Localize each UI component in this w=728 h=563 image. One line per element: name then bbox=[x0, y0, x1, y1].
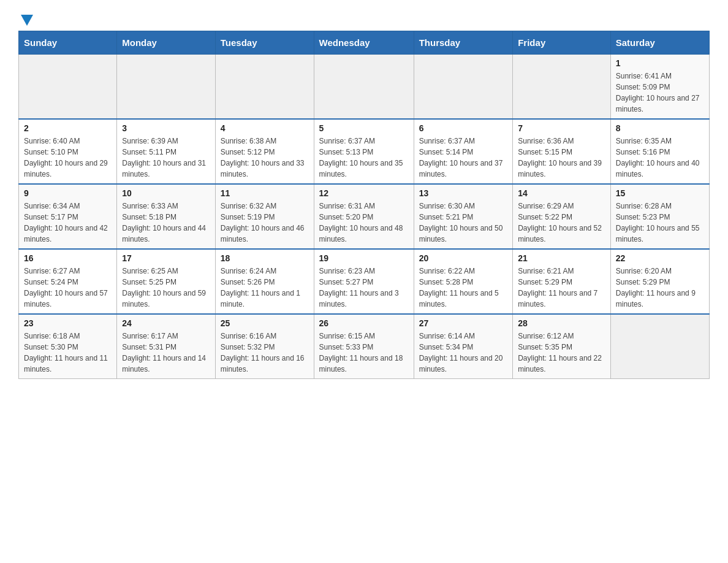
day-info: Sunrise: 6:23 AMSunset: 5:27 PMDaylight:… bbox=[319, 266, 409, 310]
day-number: 24 bbox=[122, 318, 210, 328]
calendar-cell: 15Sunrise: 6:28 AMSunset: 5:23 PMDayligh… bbox=[610, 184, 709, 249]
day-number: 5 bbox=[319, 123, 409, 133]
day-number: 19 bbox=[319, 253, 409, 263]
calendar-cell: 21Sunrise: 6:21 AMSunset: 5:29 PMDayligh… bbox=[513, 249, 611, 314]
day-number: 14 bbox=[518, 188, 605, 198]
calendar-cell: 3Sunrise: 6:39 AMSunset: 5:11 PMDaylight… bbox=[117, 119, 216, 184]
day-number: 27 bbox=[419, 318, 508, 328]
day-info: Sunrise: 6:24 AMSunset: 5:26 PMDaylight:… bbox=[221, 266, 309, 310]
day-number: 18 bbox=[221, 253, 309, 263]
calendar-week-row: 23Sunrise: 6:18 AMSunset: 5:30 PMDayligh… bbox=[19, 314, 710, 379]
calendar-cell: 6Sunrise: 6:37 AMSunset: 5:14 PMDaylight… bbox=[414, 119, 513, 184]
day-info: Sunrise: 6:30 AMSunset: 5:21 PMDaylight:… bbox=[419, 201, 508, 245]
calendar-cell bbox=[414, 55, 513, 120]
day-info: Sunrise: 6:41 AMSunset: 5:09 PMDaylight:… bbox=[616, 71, 704, 115]
calendar-week-row: 1Sunrise: 6:41 AMSunset: 5:09 PMDaylight… bbox=[19, 55, 710, 120]
day-info: Sunrise: 6:14 AMSunset: 5:34 PMDaylight:… bbox=[419, 331, 508, 375]
calendar-cell: 17Sunrise: 6:25 AMSunset: 5:25 PMDayligh… bbox=[117, 249, 216, 314]
day-info: Sunrise: 6:20 AMSunset: 5:29 PMDaylight:… bbox=[616, 266, 704, 310]
day-number: 3 bbox=[122, 123, 210, 133]
day-number: 22 bbox=[616, 253, 704, 263]
calendar-cell: 11Sunrise: 6:32 AMSunset: 5:19 PMDayligh… bbox=[215, 184, 314, 249]
day-info: Sunrise: 6:15 AMSunset: 5:33 PMDaylight:… bbox=[319, 331, 409, 375]
calendar-cell: 28Sunrise: 6:12 AMSunset: 5:35 PMDayligh… bbox=[513, 314, 611, 379]
calendar-week-row: 2Sunrise: 6:40 AMSunset: 5:10 PMDaylight… bbox=[19, 119, 710, 184]
calendar-cell: 5Sunrise: 6:37 AMSunset: 5:13 PMDaylight… bbox=[314, 119, 414, 184]
day-number: 7 bbox=[518, 123, 605, 133]
calendar-cell: 27Sunrise: 6:14 AMSunset: 5:34 PMDayligh… bbox=[414, 314, 513, 379]
calendar-cell: 4Sunrise: 6:38 AMSunset: 5:12 PMDaylight… bbox=[215, 119, 314, 184]
day-info: Sunrise: 6:37 AMSunset: 5:14 PMDaylight:… bbox=[419, 136, 508, 180]
calendar-cell: 19Sunrise: 6:23 AMSunset: 5:27 PMDayligh… bbox=[314, 249, 414, 314]
day-number: 9 bbox=[24, 188, 112, 198]
day-number: 17 bbox=[122, 253, 210, 263]
day-header-friday: Friday bbox=[513, 31, 611, 55]
calendar-cell: 2Sunrise: 6:40 AMSunset: 5:10 PMDaylight… bbox=[19, 119, 117, 184]
calendar-cell: 24Sunrise: 6:17 AMSunset: 5:31 PMDayligh… bbox=[117, 314, 216, 379]
calendar-week-row: 9Sunrise: 6:34 AMSunset: 5:17 PMDaylight… bbox=[19, 184, 710, 249]
calendar-header-row: SundayMondayTuesdayWednesdayThursdayFrid… bbox=[19, 31, 710, 55]
day-number: 8 bbox=[616, 123, 704, 133]
calendar-cell bbox=[314, 55, 414, 120]
day-number: 28 bbox=[518, 318, 605, 328]
day-header-saturday: Saturday bbox=[610, 31, 709, 55]
day-info: Sunrise: 6:28 AMSunset: 5:23 PMDaylight:… bbox=[616, 201, 704, 245]
day-info: Sunrise: 6:38 AMSunset: 5:12 PMDaylight:… bbox=[221, 136, 309, 180]
day-info: Sunrise: 6:25 AMSunset: 5:25 PMDaylight:… bbox=[122, 266, 210, 310]
calendar-cell bbox=[610, 314, 709, 379]
day-info: Sunrise: 6:27 AMSunset: 5:24 PMDaylight:… bbox=[24, 266, 112, 310]
calendar-cell: 20Sunrise: 6:22 AMSunset: 5:28 PMDayligh… bbox=[414, 249, 513, 314]
day-number: 23 bbox=[24, 318, 112, 328]
calendar-cell bbox=[215, 55, 314, 120]
day-info: Sunrise: 6:39 AMSunset: 5:11 PMDaylight:… bbox=[122, 136, 210, 180]
day-number: 16 bbox=[24, 253, 112, 263]
day-number: 4 bbox=[221, 123, 309, 133]
day-number: 1 bbox=[616, 58, 704, 68]
day-info: Sunrise: 6:32 AMSunset: 5:19 PMDaylight:… bbox=[221, 201, 309, 245]
day-info: Sunrise: 6:22 AMSunset: 5:28 PMDaylight:… bbox=[419, 266, 508, 310]
day-info: Sunrise: 6:33 AMSunset: 5:18 PMDaylight:… bbox=[122, 201, 210, 245]
day-info: Sunrise: 6:37 AMSunset: 5:13 PMDaylight:… bbox=[319, 136, 409, 180]
day-info: Sunrise: 6:29 AMSunset: 5:22 PMDaylight:… bbox=[518, 201, 605, 245]
calendar-cell: 12Sunrise: 6:31 AMSunset: 5:20 PMDayligh… bbox=[314, 184, 414, 249]
day-info: Sunrise: 6:21 AMSunset: 5:29 PMDaylight:… bbox=[518, 266, 605, 310]
calendar-cell: 18Sunrise: 6:24 AMSunset: 5:26 PMDayligh… bbox=[215, 249, 314, 314]
calendar-week-row: 16Sunrise: 6:27 AMSunset: 5:24 PMDayligh… bbox=[19, 249, 710, 314]
calendar-cell bbox=[513, 55, 611, 120]
day-header-wednesday: Wednesday bbox=[314, 31, 414, 55]
day-number: 25 bbox=[221, 318, 309, 328]
day-number: 21 bbox=[518, 253, 605, 263]
day-number: 13 bbox=[419, 188, 508, 198]
day-header-monday: Monday bbox=[117, 31, 216, 55]
calendar-cell: 16Sunrise: 6:27 AMSunset: 5:24 PMDayligh… bbox=[19, 249, 117, 314]
day-header-sunday: Sunday bbox=[19, 31, 117, 55]
calendar-cell: 25Sunrise: 6:16 AMSunset: 5:32 PMDayligh… bbox=[215, 314, 314, 379]
logo bbox=[18, 12, 33, 25]
day-info: Sunrise: 6:17 AMSunset: 5:31 PMDaylight:… bbox=[122, 331, 210, 375]
day-info: Sunrise: 6:34 AMSunset: 5:17 PMDaylight:… bbox=[24, 201, 112, 245]
calendar-cell: 26Sunrise: 6:15 AMSunset: 5:33 PMDayligh… bbox=[314, 314, 414, 379]
day-number: 6 bbox=[419, 123, 508, 133]
calendar-cell: 10Sunrise: 6:33 AMSunset: 5:18 PMDayligh… bbox=[117, 184, 216, 249]
day-number: 20 bbox=[419, 253, 508, 263]
day-number: 26 bbox=[319, 318, 409, 328]
day-number: 2 bbox=[24, 123, 112, 133]
calendar-cell: 1Sunrise: 6:41 AMSunset: 5:09 PMDaylight… bbox=[610, 55, 709, 120]
calendar-cell: 23Sunrise: 6:18 AMSunset: 5:30 PMDayligh… bbox=[19, 314, 117, 379]
day-number: 11 bbox=[221, 188, 309, 198]
calendar-cell bbox=[117, 55, 216, 120]
day-info: Sunrise: 6:16 AMSunset: 5:32 PMDaylight:… bbox=[221, 331, 309, 375]
day-number: 10 bbox=[122, 188, 210, 198]
calendar-cell bbox=[19, 55, 117, 120]
day-header-tuesday: Tuesday bbox=[215, 31, 314, 55]
day-info: Sunrise: 6:35 AMSunset: 5:16 PMDaylight:… bbox=[616, 136, 704, 180]
calendar-cell: 22Sunrise: 6:20 AMSunset: 5:29 PMDayligh… bbox=[610, 249, 709, 314]
day-info: Sunrise: 6:40 AMSunset: 5:10 PMDaylight:… bbox=[24, 136, 112, 180]
day-number: 15 bbox=[616, 188, 704, 198]
calendar-cell: 14Sunrise: 6:29 AMSunset: 5:22 PMDayligh… bbox=[513, 184, 611, 249]
day-info: Sunrise: 6:31 AMSunset: 5:20 PMDaylight:… bbox=[319, 201, 409, 245]
day-info: Sunrise: 6:12 AMSunset: 5:35 PMDaylight:… bbox=[518, 331, 605, 375]
day-header-thursday: Thursday bbox=[414, 31, 513, 55]
page-header bbox=[18, 12, 710, 25]
calendar-cell: 7Sunrise: 6:36 AMSunset: 5:15 PMDaylight… bbox=[513, 119, 611, 184]
